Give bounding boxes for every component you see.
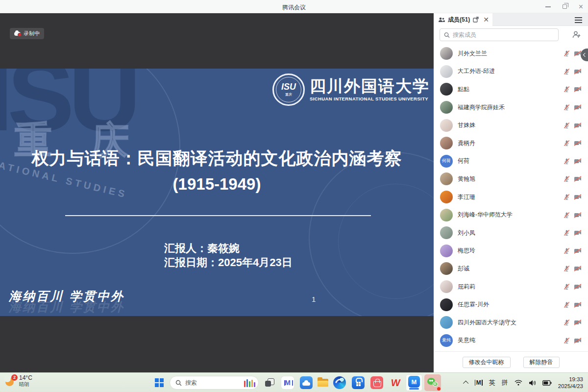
member-row[interactable]: 屈莉莉: [434, 278, 588, 296]
unmute-button[interactable]: 解除静音: [523, 357, 560, 368]
members-panel: 成员(51) ✕ 川外文兰兰 大工外语-邱进 點點: [434, 13, 588, 372]
member-search-input[interactable]: [453, 31, 554, 38]
camera-off-icon: [574, 69, 582, 74]
member-row[interactable]: 刘海峰-华中师范大学: [434, 206, 588, 224]
camera-off-icon: [574, 319, 582, 325]
slide-title-line2: (1915-1949): [0, 175, 434, 194]
clock[interactable]: 19:33 2025/4/23: [558, 376, 583, 390]
member-avatar: 意纯: [440, 334, 453, 347]
restore-icon[interactable]: [563, 4, 567, 9]
taskbar-search-label: 搜索: [185, 379, 197, 387]
member-avatar: [440, 245, 453, 257]
member-avatar: [440, 209, 453, 221]
mic-muted-icon: [564, 86, 570, 93]
tray-marktext-icon[interactable]: M: [475, 379, 483, 386]
member-row[interactable]: 黄翰旭: [434, 170, 588, 188]
start-button-icon[interactable]: [151, 374, 168, 391]
wechat-icon[interactable]: [424, 374, 441, 391]
member-row[interactable]: 刘小凤: [434, 224, 588, 242]
mic-muted-icon: [564, 229, 570, 236]
camera-off-icon: [574, 176, 582, 182]
mic-muted-icon: [564, 283, 570, 290]
member-row[interactable]: 川外文兰兰: [434, 45, 588, 63]
marktext-icon[interactable]: [279, 374, 296, 391]
mic-muted-icon: [564, 247, 570, 254]
close-icon[interactable]: ×: [579, 3, 583, 11]
camera-off-icon: [574, 104, 582, 110]
tencent-meeting-icon[interactable]: [406, 374, 422, 391]
camera-off-icon: [574, 122, 582, 128]
taskbar: 2 14°C 晴朗 搜索 M 英 拼 19:33: [0, 372, 588, 392]
camera-off-icon: [574, 158, 582, 164]
member-name: 福建商学院薛娃禾: [458, 103, 559, 112]
member-row[interactable]: 任思霖-川外: [434, 295, 588, 314]
member-name: 龚柄丹: [458, 139, 559, 147]
taskbar-search[interactable]: 搜索: [170, 376, 259, 390]
change-nickname-button[interactable]: 修改会中昵称: [463, 357, 511, 368]
speaker-icon[interactable]: [529, 380, 536, 386]
mic-muted-icon: [564, 175, 570, 182]
tray-date: 2025/4/23: [558, 383, 583, 390]
recording-badge[interactable]: 录制中: [10, 28, 44, 39]
member-row[interactable]: 四川外国语大学汤守文: [434, 314, 588, 332]
university-name-en: SICHUAN INTERNATIONAL STUDIES UNIVERSITY: [310, 96, 430, 101]
member-search-box[interactable]: [440, 28, 559, 41]
member-avatar: [440, 280, 453, 293]
wifi-icon[interactable]: [514, 380, 522, 386]
member-row[interactable]: 李江珊: [434, 188, 588, 206]
ime-english-indicator[interactable]: 英: [489, 378, 495, 387]
huawei-appgallery-icon[interactable]: [368, 374, 385, 391]
university-logo: ISU 重庆 四川外国语大学 SICHUAN INTERNATIONAL STU…: [272, 74, 430, 106]
file-explorer-icon[interactable]: [317, 376, 329, 389]
battery-icon[interactable]: [542, 380, 552, 386]
member-row[interactable]: 點點: [434, 80, 588, 98]
member-row[interactable]: 龚柄丹: [434, 134, 588, 152]
mic-muted-icon: [564, 104, 570, 111]
camera-off-icon: [574, 302, 582, 308]
task-view-icon[interactable]: [261, 374, 277, 391]
mic-muted-icon: [564, 140, 570, 147]
tray-expand-icon[interactable]: [463, 381, 468, 386]
member-row[interactable]: 甘姝姝: [434, 116, 588, 134]
cloud-drive-icon[interactable]: [298, 374, 315, 391]
presentation-slide: ISU 重 庆 ATIONAL STUDIES ISU 重庆 四川外国语大学 S…: [0, 69, 434, 316]
mic-muted-icon: [564, 194, 570, 200]
weather-widget[interactable]: 2 14°C 晴朗: [5, 375, 32, 388]
camera-off-icon: [574, 248, 582, 254]
member-row[interactable]: 福建商学院薛娃禾: [434, 98, 588, 117]
camera-off-icon: [574, 140, 582, 146]
member-name: 任思霖-川外: [458, 300, 559, 309]
mic-muted-icon: [564, 265, 570, 272]
member-row[interactable]: 大工外语-邱进: [434, 63, 588, 81]
minimize-icon[interactable]: [545, 6, 551, 7]
member-name: 李江珊: [458, 193, 559, 201]
tray-time: 19:33: [558, 376, 583, 383]
panel-menu-icon[interactable]: [575, 17, 582, 18]
member-avatar: [440, 119, 453, 132]
panel-close-icon[interactable]: ✕: [483, 16, 489, 23]
member-name: 屈莉莉: [458, 283, 559, 291]
member-row[interactable]: 意纯 吴意纯: [434, 332, 588, 350]
microsoft-store-icon[interactable]: [350, 374, 367, 391]
search-highlight-icon: [244, 379, 256, 387]
member-avatar: [440, 191, 453, 203]
presenter-date: 汇报日期：2025年4月23日: [164, 255, 293, 270]
mic-muted-icon: [564, 122, 570, 129]
member-name: 四川外国语大学汤守文: [458, 318, 559, 327]
university-name-cn: 四川外国语大学: [310, 78, 430, 95]
add-member-button[interactable]: [568, 28, 584, 41]
member-row[interactable]: 彭诚: [434, 260, 588, 278]
search-icon: [175, 380, 182, 386]
members-tab-label: 成员(51): [448, 16, 470, 24]
member-row[interactable]: 何荷 何荷: [434, 152, 588, 171]
member-avatar: [440, 262, 453, 275]
camera-off-icon: [574, 266, 582, 271]
member-row[interactable]: 梅思玲: [434, 242, 588, 260]
cloud-record-icon: [14, 32, 21, 36]
ime-pinyin-indicator[interactable]: 拼: [502, 378, 508, 387]
edge-browser-icon[interactable]: [331, 374, 348, 391]
wps-office-icon[interactable]: [387, 374, 404, 391]
mic-muted-icon: [564, 68, 570, 75]
popout-icon[interactable]: [473, 17, 479, 23]
members-tab[interactable]: 成员(51) ✕: [434, 13, 492, 26]
